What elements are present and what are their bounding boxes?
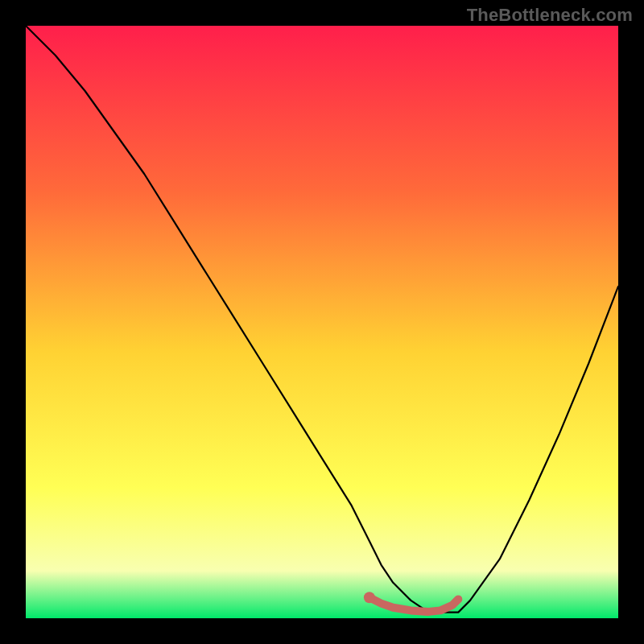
sweet-spot-start-dot [364, 592, 375, 603]
watermark-label: TheBottleneck.com [467, 5, 633, 26]
gradient-background [26, 26, 618, 618]
chart-svg [26, 26, 618, 618]
chart-frame: TheBottleneck.com [0, 0, 644, 644]
plot-area [26, 26, 618, 618]
